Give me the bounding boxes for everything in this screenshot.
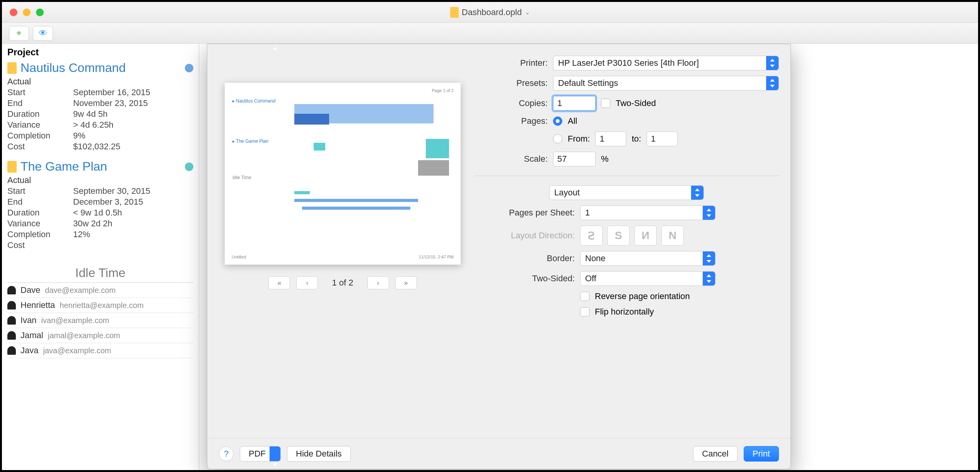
person-icon [7,316,16,325]
print-preview: Page 1 of 2 ▸ Nautilus Command ▸ The Gam… [219,56,466,426]
cancel-button[interactable]: Cancel [693,446,737,462]
select-arrow-icon [766,56,779,70]
titlebar: Dashboard.opld ⌄ [2,2,978,23]
person-row[interactable]: Ivanivan@example.com [7,313,193,328]
person-icon [7,301,16,310]
eye-icon: 👁 [39,28,47,38]
pages-label: Pages: [474,116,548,126]
scale-input[interactable] [553,152,596,166]
next-page-button[interactable]: › [367,276,389,289]
preview-thumbnail[interactable]: Page 1 of 2 ▸ Nautilus Command ▸ The Gam… [225,83,461,265]
presets-label: Presets: [474,78,548,88]
select-arrow-icon [766,76,779,90]
pages-from-radio[interactable] [553,134,562,144]
window-title: Dashboard.opld [462,7,522,17]
person-icon [7,286,16,294]
print-button[interactable]: Print [744,446,779,462]
pages-all-radio[interactable] [553,116,562,126]
pdf-button[interactable]: PDF [240,446,281,462]
person-icon [7,346,16,355]
add-button[interactable]: + [9,26,29,41]
sidebar: Project Nautilus Command Actual StartSep… [2,44,199,470]
border-select[interactable]: None [580,251,715,266]
section-select[interactable]: Layout [549,185,704,200]
border-label: Border: [474,253,575,263]
hide-details-button[interactable]: Hide Details [287,446,351,462]
idle-time-header: Idle Time [7,266,193,283]
select-arrow-icon [691,186,703,200]
last-page-button[interactable]: » [395,276,417,289]
two-sided-select-label: Two-Sided: [474,274,575,284]
layout-dir-3[interactable]: И [634,226,657,246]
actual-label: Actual [7,77,193,87]
copies-input[interactable] [553,96,596,111]
project-title: The Game Plan [20,159,107,174]
layout-direction-label: Layout Direction: [474,231,575,241]
section-header-project: Project [7,47,193,58]
pages-from-input[interactable] [595,132,626,146]
person-icon [7,331,16,340]
printer-label: Printer: [474,58,548,68]
project-icon [7,62,17,74]
person-row[interactable]: Davedave@example.com [7,283,193,298]
actual-label: Actual [7,175,193,185]
toolbar: + 👁 [2,23,978,44]
two-sided-label: Two-Sided [616,98,656,108]
select-arrow-icon [703,206,715,220]
flip-horizontally-checkbox[interactable] [580,307,589,316]
plus-icon: + [17,28,22,38]
help-button[interactable]: ? [219,446,234,461]
pages-per-sheet-label: Pages per Sheet: [474,208,575,218]
print-dialog: Page 1 of 2 ▸ Nautilus Command ▸ The Gam… [207,44,791,469]
two-sided-checkbox[interactable] [601,99,610,108]
select-arrow-icon [703,272,715,286]
chevron-down-icon[interactable]: ⌄ [525,9,530,16]
view-button[interactable]: 👁 [33,26,53,41]
prev-page-button[interactable]: ‹ [296,276,318,289]
pdf-dropdown-icon [270,446,280,461]
person-row[interactable]: Jamaljamal@example.com [7,328,193,343]
first-page-button[interactable]: « [268,276,290,289]
person-row[interactable]: Javajava@example.com [7,343,193,358]
status-dot [185,64,193,72]
project-icon [7,161,17,173]
layout-dir-2[interactable]: S [607,226,630,246]
project-title: Nautilus Command [20,61,126,75]
project-card[interactable]: Nautilus Command Actual StartSeptember 1… [7,61,193,152]
person-row[interactable]: Henriettahenrietta@example.com [7,298,193,313]
scale-label: Scale: [474,154,548,164]
page-indicator: 1 of 2 [332,278,353,288]
printer-select[interactable]: HP LaserJet P3010 Series [4th Floor] [553,56,779,70]
project-card[interactable]: The Game Plan Actual StartSeptember 30, … [7,159,193,250]
select-arrow-icon [703,251,715,265]
copies-label: Copies: [474,98,548,108]
reverse-orientation-checkbox[interactable] [580,292,589,301]
two-sided-select[interactable]: Off [580,271,715,286]
document-icon [450,7,459,18]
status-dot [185,162,193,171]
presets-select[interactable]: Default Settings [553,76,779,91]
layout-dir-4[interactable]: N [661,226,684,246]
pages-to-input[interactable] [647,132,678,146]
pages-per-sheet-select[interactable]: 1 [580,205,715,220]
layout-dir-1[interactable]: Ƨ [580,226,603,246]
